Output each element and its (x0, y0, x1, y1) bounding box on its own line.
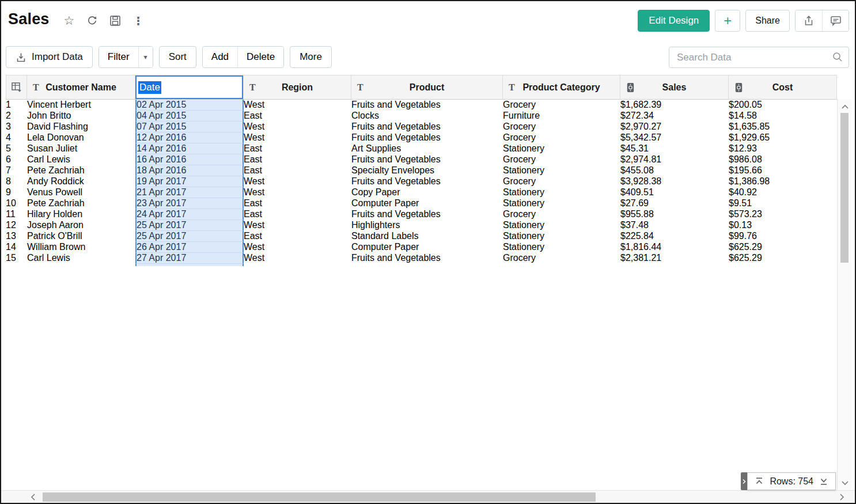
refresh-icon[interactable] (85, 14, 99, 28)
cell[interactable]: Stationery (503, 242, 620, 253)
search-input[interactable] (669, 47, 849, 68)
scroll-up-arrow-icon[interactable] (838, 100, 852, 113)
column-header-6[interactable]: Cost (729, 75, 837, 100)
more-options-icon[interactable]: ⋮ (131, 14, 145, 28)
cell[interactable]: 18 Apr 2016 (135, 165, 244, 176)
cell[interactable]: Fruits and Vegetables (351, 253, 503, 264)
cell[interactable]: Joseph Aaron (27, 220, 135, 231)
cell[interactable]: Stationery (503, 143, 620, 154)
cell[interactable]: West (244, 187, 351, 198)
cell[interactable]: West (244, 220, 351, 231)
cell[interactable]: Andy Roddick (27, 176, 135, 187)
row-number[interactable]: 14 (6, 242, 27, 253)
cell[interactable]: $9.51 (729, 198, 837, 209)
comment-button[interactable] (822, 10, 849, 31)
cell[interactable]: East (244, 231, 351, 242)
cell[interactable]: $1,386.98 (729, 176, 837, 187)
cell[interactable]: 26 Apr 2017 (135, 242, 244, 253)
cell[interactable]: Grocery (503, 176, 620, 187)
cell[interactable]: $195.66 (729, 165, 837, 176)
cell[interactable]: Grocery (503, 209, 620, 220)
cell[interactable]: $200.05 (729, 100, 837, 111)
cell[interactable]: Lela Donovan (27, 132, 135, 143)
cell[interactable]: East (244, 111, 351, 122)
cell[interactable]: West (244, 253, 351, 264)
cell[interactable]: $2,974.81 (620, 154, 729, 165)
cell[interactable]: $409.51 (620, 187, 729, 198)
cell[interactable]: Computer Paper (351, 198, 503, 209)
cell[interactable]: East (244, 154, 351, 165)
filter-caret-icon[interactable]: ▾ (138, 47, 153, 67)
cell[interactable]: $27.69 (620, 198, 729, 209)
cell[interactable]: East (244, 143, 351, 154)
cell[interactable]: $99.76 (729, 231, 837, 242)
cell[interactable]: West (244, 132, 351, 143)
sort-button[interactable]: Sort (159, 46, 196, 68)
cell[interactable]: $5,342.57 (620, 132, 729, 143)
cell[interactable]: Venus Powell (27, 187, 135, 198)
horizontal-scrollbar[interactable] (1, 490, 855, 503)
cell[interactable]: $455.08 (620, 165, 729, 176)
cell[interactable]: $40.92 (729, 187, 837, 198)
scroll-right-arrow-icon[interactable] (835, 491, 848, 503)
cell[interactable]: 27 Apr 2017 (135, 253, 244, 264)
cell[interactable]: $625.29 (729, 242, 837, 253)
cell[interactable]: Pete Zachriah (27, 165, 135, 176)
go-to-last-row-icon[interactable] (819, 477, 828, 486)
cell[interactable]: Carl Lewis (27, 253, 135, 264)
cell[interactable]: Furniture (503, 111, 620, 122)
cell[interactable]: 14 Apr 2016 (135, 143, 244, 154)
share-button[interactable]: Share (745, 10, 790, 32)
cell[interactable]: Fruits and Vegetables (351, 209, 503, 220)
search-icon[interactable] (832, 51, 843, 65)
cell[interactable]: Fruits and Vegetables (351, 100, 503, 111)
cell[interactable]: West (244, 122, 351, 132)
scroll-down-arrow-icon[interactable] (838, 476, 852, 489)
cell[interactable]: 23 Apr 2017 (135, 198, 244, 209)
horizontal-scroll-thumb[interactable] (43, 492, 596, 502)
row-number[interactable]: 4 (6, 132, 27, 143)
cell[interactable]: Stationery (503, 187, 620, 198)
cell[interactable]: $272.34 (620, 111, 729, 122)
save-icon[interactable] (108, 14, 122, 28)
edit-design-button[interactable]: Edit Design (638, 10, 710, 32)
cell[interactable]: $955.88 (620, 209, 729, 220)
row-number[interactable]: 3 (6, 122, 27, 132)
cell[interactable]: $573.23 (729, 209, 837, 220)
filter-button[interactable]: Filter (99, 47, 138, 67)
cell[interactable]: East (244, 198, 351, 209)
cell[interactable]: $1,816.44 (620, 242, 729, 253)
cell[interactable]: 25 Apr 2017 (135, 220, 244, 231)
cell[interactable]: Fruits and Vegetables (351, 122, 503, 132)
cell[interactable]: East (244, 209, 351, 220)
cell[interactable]: $1,929.65 (729, 132, 837, 143)
vertical-scrollbar[interactable] (837, 99, 851, 490)
cell[interactable]: William Brown (27, 242, 135, 253)
cell[interactable]: $12.93 (729, 143, 837, 154)
column-header-0[interactable]: TCustomer Name (27, 75, 135, 100)
cell[interactable]: Hilary Holden (27, 209, 135, 220)
cell[interactable]: Pete Zachriah (27, 198, 135, 209)
cell[interactable]: John Britto (27, 111, 135, 122)
cell[interactable]: Grocery (503, 132, 620, 143)
favorite-star-icon[interactable]: ☆ (62, 14, 76, 28)
cell[interactable]: Fruits and Vegetables (351, 154, 503, 165)
cell[interactable]: 19 Apr 2017 (135, 176, 244, 187)
cell[interactable]: Clocks (351, 111, 503, 122)
cell[interactable]: Standard Labels (351, 231, 503, 242)
cell[interactable]: Grocery (503, 100, 620, 111)
cell[interactable]: Stationery (503, 231, 620, 242)
cell[interactable]: Fruits and Vegetables (351, 176, 503, 187)
cell[interactable]: 04 Apr 2015 (135, 111, 244, 122)
cell[interactable]: Patrick O'Brill (27, 231, 135, 242)
cell[interactable]: Stationery (503, 220, 620, 231)
cell[interactable]: Vincent Herbert (27, 100, 135, 111)
cell[interactable]: Stationery (503, 198, 620, 209)
cell[interactable]: Copy Paper (351, 187, 503, 198)
cell[interactable]: 02 Apr 2015 (135, 100, 244, 111)
cell[interactable]: 21 Apr 2017 (135, 187, 244, 198)
cell[interactable]: Susan Juliet (27, 143, 135, 154)
cell[interactable]: Grocery (503, 122, 620, 132)
row-number[interactable]: 10 (6, 198, 27, 209)
cell[interactable]: $0.13 (729, 220, 837, 231)
